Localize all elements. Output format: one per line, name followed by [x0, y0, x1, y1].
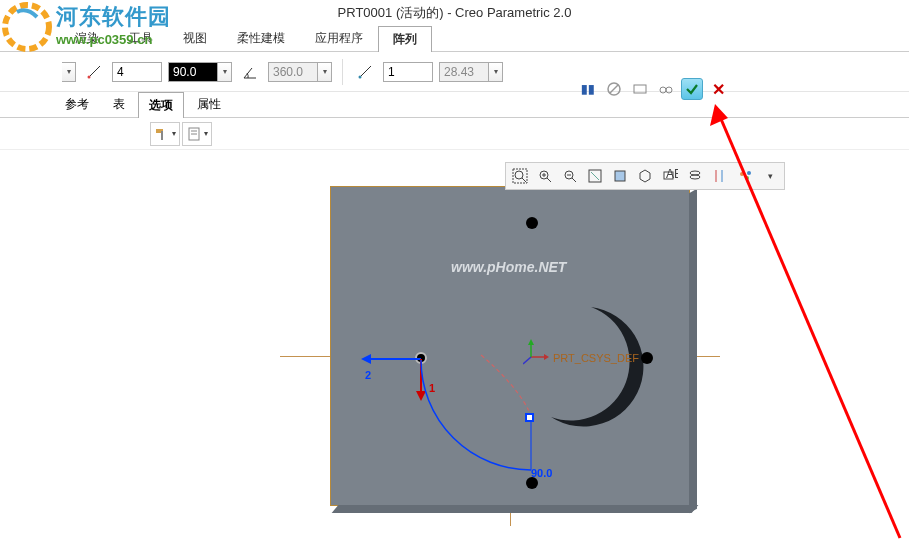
datum-dropdown[interactable]: ▾	[758, 165, 782, 187]
hammer-icon	[154, 126, 170, 142]
pattern-toolbar: ▾ ▾ ▾ ▾	[0, 52, 909, 92]
svg-line-44	[523, 357, 531, 364]
dim-direction-2-icon[interactable]	[353, 60, 377, 84]
sub-tab-options[interactable]: 选项	[138, 92, 184, 118]
tab-view[interactable]: 视图	[168, 25, 222, 51]
svg-point-15	[515, 171, 523, 179]
angle-icon[interactable]	[238, 60, 262, 84]
svg-point-30	[690, 175, 700, 179]
refit-icon[interactable]	[508, 165, 532, 187]
sub-tab-refs[interactable]: 参考	[54, 91, 100, 117]
tab-tools[interactable]: 工具	[114, 25, 168, 51]
svg-marker-37	[361, 354, 371, 364]
svg-point-34	[745, 176, 749, 180]
pause-button[interactable]: ▮▮	[577, 78, 599, 100]
tree-tool-1[interactable]: ▾	[150, 122, 180, 146]
glasses-icon[interactable]	[655, 78, 677, 100]
svg-line-19	[547, 178, 551, 182]
svg-line-6	[610, 85, 618, 93]
model-stage: www.pHome.NET 2 1	[300, 186, 720, 546]
dimension-arc	[421, 355, 561, 485]
document-icon	[186, 126, 202, 142]
pattern-member-1[interactable]	[526, 217, 538, 229]
csys-label: PRT_CSYS_DEF	[553, 352, 639, 364]
svg-text:AB: AB	[666, 168, 678, 181]
saved-views-icon[interactable]	[633, 165, 657, 187]
tab-app[interactable]: 应用程序	[300, 25, 378, 51]
dim1-value-dropdown[interactable]: ▾	[218, 62, 232, 82]
dim1-total-dropdown[interactable]: ▾	[318, 62, 332, 82]
svg-point-33	[740, 172, 744, 176]
svg-rect-7	[634, 85, 646, 93]
csys-icon	[523, 339, 549, 365]
svg-marker-43	[528, 339, 534, 345]
dim2-value-input	[439, 62, 489, 82]
svg-line-23	[572, 178, 576, 182]
3d-viewport[interactable]: AB ▾ www.pHome.NET	[0, 156, 909, 558]
dim1-value-input[interactable]	[168, 62, 218, 82]
dim-direction-1-icon[interactable]	[82, 60, 106, 84]
zoom-in-icon[interactable]	[533, 165, 557, 187]
dim1-total-input	[268, 62, 318, 82]
feature-confirm-group: ▮▮ ✕	[577, 78, 729, 100]
dim-value-label[interactable]: 90.0	[531, 467, 552, 479]
cancel-button[interactable]: ✕	[707, 78, 729, 100]
ribbon-tabs: 渲染 工具 视图 柔性建模 应用程序 阵列	[0, 26, 909, 52]
tree-tool-2[interactable]: ▾	[182, 122, 212, 146]
svg-marker-41	[544, 354, 549, 360]
display-style-icon[interactable]	[608, 165, 632, 187]
svg-point-4	[359, 75, 362, 78]
dim2-value-dropdown[interactable]: ▾	[489, 62, 503, 82]
sub-tab-table[interactable]: 表	[102, 91, 136, 117]
pattern-sub-tabs: 尺寸 参考 表 选项 属性	[0, 92, 909, 118]
no-preview-icon[interactable]	[603, 78, 625, 100]
model-tree-toolbar: ▾ ▾	[0, 118, 909, 150]
svg-line-16	[522, 178, 526, 182]
canvas-watermark: www.pHome.NET	[451, 259, 566, 275]
layers-icon[interactable]	[683, 165, 707, 187]
drag-handle[interactable]	[525, 413, 534, 422]
svg-point-35	[747, 171, 751, 175]
window-title: PRT0001 (活动的) - Creo Parametric 2.0	[0, 0, 909, 26]
tab-flex[interactable]: 柔性建模	[222, 25, 300, 51]
part-slab: www.pHome.NET 2 1	[330, 186, 690, 506]
dim2-count-input[interactable]	[383, 62, 433, 82]
sub-tab-props[interactable]: 属性	[186, 91, 232, 117]
repaint-icon[interactable]	[583, 165, 607, 187]
tab-pattern[interactable]: 阵列	[378, 26, 432, 52]
dim1-count-input[interactable]	[112, 62, 162, 82]
svg-point-2	[88, 75, 91, 78]
datum-display-icon[interactable]	[733, 165, 757, 187]
preview-icon[interactable]	[629, 78, 651, 100]
svg-point-8	[660, 87, 666, 93]
svg-rect-26	[615, 171, 625, 181]
svg-point-29	[690, 171, 700, 175]
pattern-member-2[interactable]	[641, 352, 653, 364]
view-toolbar: AB ▾	[505, 162, 785, 190]
zoom-out-icon[interactable]	[558, 165, 582, 187]
annotation-icon[interactable]: AB	[658, 165, 682, 187]
svg-point-9	[666, 87, 672, 93]
ok-button[interactable]	[681, 78, 703, 100]
tools-icon[interactable]	[708, 165, 732, 187]
axis-2-label: 2	[365, 369, 371, 381]
svg-rect-11	[161, 131, 163, 140]
tab-render[interactable]: 渲染	[60, 25, 114, 51]
pattern-type-dropdown[interactable]: ▾	[62, 62, 76, 82]
